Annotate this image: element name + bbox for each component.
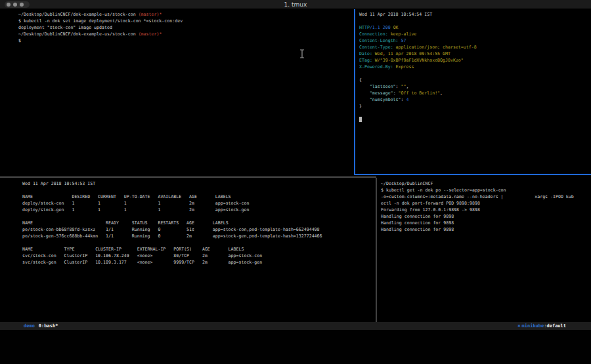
terminal-line: [22, 213, 375, 220]
status-left: demo 0:bash*: [24, 322, 58, 330]
terminal-line: $ kubectl -n dok set image deployment/st…: [18, 18, 354, 24]
pane-kubectl-get-resources[interactable]: Wed 11 Apr 2018 10:54:53 IST NAME DESIRE…: [0, 178, 375, 322]
terminal-line: -o=custom-columns=:metadata.name --no-he…: [381, 193, 591, 200]
terminal-line: Content-Length: 57: [359, 37, 591, 44]
terminal-line: ~/Desktop/DublinCNCF/dok-example-us/stoc…: [18, 11, 354, 18]
pane-border-horizontal-inactive[interactable]: [0, 176, 376, 178]
terminal-line: HTTP/1.1 200 OK: [359, 24, 591, 31]
terminal-line: ~/Desktop/DublinCNCF/dok-example-us/stoc…: [18, 31, 354, 37]
terminal-line: Connection: keep-alive: [359, 31, 591, 37]
kubernetes-helm-icon: ⎈: [517, 322, 520, 330]
terminal-line: NAME DESIRED CURRENT UP-TO-DATE AVAILABL…: [22, 193, 375, 200]
tmux-terminal-area: ~/Desktop/DublinCNCF/dok-example-us/stoc…: [0, 9, 591, 322]
terminal-line: [22, 187, 375, 193]
window-tab-bash[interactable]: 0:bash*: [39, 322, 58, 330]
terminal-line: Date: Wed, 11 Apr 2018 09:54:55 GMT: [359, 51, 591, 57]
terminal-line: [22, 239, 375, 246]
terminal-line: [359, 70, 591, 77]
pane-shell-kubectl-set-image[interactable]: ~/Desktop/DublinCNCF/dok-example-us/stoc…: [0, 9, 354, 174]
terminal-line: "lastseen": "",: [359, 83, 591, 90]
terminal-line: Content-Type: application/json; charset=…: [359, 44, 591, 51]
terminal-line: NAME READY STATUS RESTARTS AGE LABELS: [22, 220, 375, 226]
status-right: ⎈ minikube : default: [517, 322, 566, 330]
pane-port-forward[interactable]: ~/Desktop/DublinCNCF$ kubectl get -n dok…: [378, 178, 591, 322]
kube-namespace: default: [546, 322, 566, 330]
terminal-line: ~/Desktop/DublinCNCF: [381, 180, 591, 187]
terminal-window: 1. tmux ~/Desktop/DublinCNCF/dok-example…: [0, 0, 591, 364]
terminal-line: Forwarding from 127.0.0.1:9898 -> 9898: [381, 207, 591, 213]
terminal-line: }: [359, 103, 591, 110]
terminal-line: [359, 110, 591, 116]
pane-http-response[interactable]: Wed 11 Apr 2018 10:54:54 IST HTTP/1.1 20…: [356, 9, 591, 172]
pane-border-horizontal-active[interactable]: [354, 174, 591, 175]
terminal-line: Handling connection for 9898: [381, 226, 591, 233]
window-titlebar: 1. tmux: [0, 0, 591, 9]
desktop-background: [0, 330, 591, 364]
terminal-line: Wed 11 Apr 2018 10:54:54 IST: [359, 11, 591, 18]
terminal-line: {: [359, 77, 591, 83]
terminal-line: Handling connection for 9898: [381, 220, 591, 226]
terminal-line: "message": "Off to Berlin!",: [359, 90, 591, 96]
terminal-line: ETag: W/"39-0xBPf9aF1dXVNkhsxoBQgJ8vKzo": [359, 57, 591, 64]
terminal-line: po/stock-con-bb68f88fd-kzsxz 1/1 Running…: [22, 226, 375, 233]
mouse-ibeam-cursor: [299, 49, 305, 61]
terminal-line: svc/stock-gen ClusterIP 10.109.3.177 <no…: [22, 259, 375, 266]
terminal-line: "numsymbols": 4: [359, 96, 591, 103]
session-name: demo: [24, 322, 35, 330]
terminal-line: deploy/stock-gen 1 1 1 1 2m app=stock-ge…: [22, 207, 375, 213]
terminal-line: NAME TYPE CLUSTER-IP EXTERNAL-IP PORT(S)…: [22, 246, 375, 253]
terminal-line: po/stock-gen-576cc688bb-44kmn 1/1 Runnin…: [22, 233, 375, 239]
pane-border-vertical-active[interactable]: [354, 9, 355, 175]
terminal-line: ectl -n dok port-forward POD 9898:9898: [381, 200, 591, 207]
terminal-line: svc/stock-con ClusterIP 10.106.78.249 <n…: [22, 253, 375, 259]
terminal-line: [359, 18, 591, 24]
terminal-line: Handling connection for 9898: [381, 213, 591, 220]
terminal-line: $: [18, 37, 354, 44]
terminal-line: X-Powered-By: Express: [359, 64, 591, 70]
terminal-line: deployment "stock-con" image updated: [18, 24, 354, 31]
terminal-line: Wed 11 Apr 2018 10:54:53 IST: [22, 180, 375, 187]
terminal-line: [359, 116, 591, 123]
window-title: 1. tmux: [0, 0, 591, 9]
tmux-status-bar: demo 0:bash* ⎈ minikube : default: [0, 322, 591, 330]
pane-border-vertical-inactive[interactable]: [376, 178, 377, 322]
terminal-line: $ kubectl get -n dok po --selector=app=s…: [381, 187, 591, 193]
kube-context: minikube: [522, 322, 544, 330]
terminal-line: deploy/stock-con 1 1 1 1 2m app=stock-co…: [22, 200, 375, 207]
